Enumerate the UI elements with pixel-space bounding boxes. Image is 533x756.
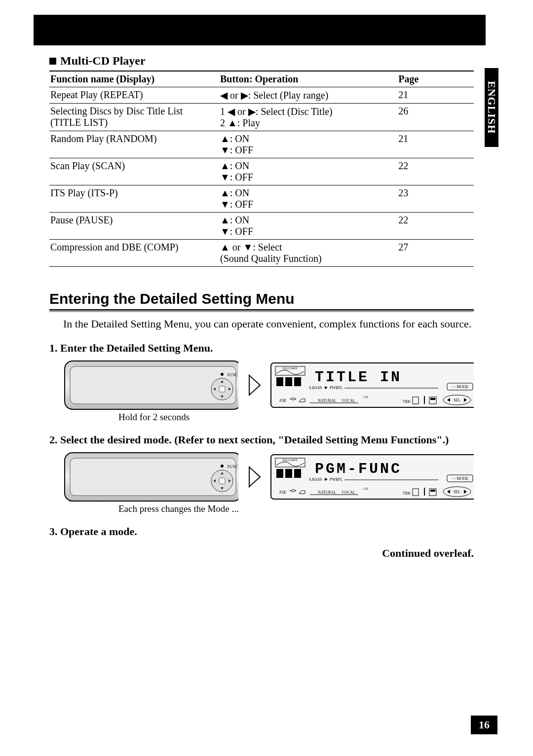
- svg-text:FIE: FIE: [279, 490, 286, 495]
- cell-button: ▲: ON ▼: OFF: [219, 213, 397, 240]
- svg-text:FIE: FIE: [279, 398, 286, 403]
- svg-text:CD: CD: [363, 487, 368, 491]
- svg-text:PGM-FUNC: PGM-FUNC: [315, 461, 402, 477]
- cell-button: ▲: ON ▼: OFF: [219, 158, 397, 185]
- table-row: Compression and DBE (COMP)▲ or ▼: Select…: [49, 240, 474, 267]
- svg-text:TRK: TRK: [403, 491, 411, 496]
- cell-page: 22: [397, 213, 474, 240]
- table-row: Random Play (RANDOM)▲: ON ▼: OFF21: [49, 131, 474, 158]
- lcd-display-2: EQ CURVEPGM-FUNCS.BASSPWRFL···· MODEFIEN…: [270, 454, 474, 500]
- cell-button: ▲ or ▼: Select (Sound Quality Function): [219, 240, 397, 267]
- section-title-text: Multi-CD Player: [60, 54, 146, 68]
- step-3-text: Operate a mode.: [60, 525, 137, 538]
- cell-function: Compression and DBE (COMP): [49, 240, 219, 267]
- arrow-right-icon: [247, 373, 262, 397]
- continued-overleaf: Continued overleaf.: [49, 547, 474, 560]
- page-number: 16: [471, 716, 497, 734]
- head-unit-illustration: FUNC: [64, 452, 238, 502]
- table-row: Scan Play (SCAN)▲: ON ▼: OFF22: [49, 158, 474, 185]
- table-row: Pause (PAUSE)▲: ON ▼: OFF22: [49, 213, 474, 240]
- arrow-right-icon: [247, 465, 262, 489]
- step-2-num: 2.: [49, 433, 58, 446]
- svg-rect-11: [285, 377, 292, 386]
- table-row: Repeat Play (REPEAT)◀ or ▶: Select (Play…: [49, 87, 474, 104]
- square-bullet-icon: [49, 58, 56, 65]
- svg-rect-44: [276, 469, 283, 478]
- step-1: 1. Enter the Detailed Setting Menu.: [49, 342, 474, 355]
- language-tab: ENGLISH: [485, 68, 498, 147]
- section-title-multi-cd: Multi-CD Player: [49, 54, 474, 68]
- svg-rect-1: [70, 366, 236, 404]
- svg-rect-12: [294, 377, 301, 386]
- function-table: Function name (Display) Button: Operatio…: [49, 71, 474, 267]
- th-function: Function name (Display): [49, 71, 219, 87]
- svg-text:S.BASS: S.BASS: [309, 477, 322, 482]
- cell-function: Random Play (RANDOM): [49, 131, 219, 158]
- step-1-text: Enter the Detailed Setting Menu.: [60, 342, 213, 354]
- table-row: ITS Play (ITS-P)▲: ON ▼: OFF23: [49, 185, 474, 213]
- th-page: Page: [397, 71, 474, 87]
- svg-text:PWRFL: PWRFL: [330, 477, 343, 482]
- svg-point-2: [221, 373, 224, 376]
- table-row: Selecting Discs by Disc Title List (TITL…: [49, 104, 474, 131]
- cell-function: Selecting Discs by Disc Title List (TITL…: [49, 104, 219, 131]
- svg-text:EQ CURVE: EQ CURVE: [283, 367, 298, 370]
- svg-text:FUNC: FUNC: [228, 465, 238, 469]
- svg-marker-40: [249, 467, 260, 487]
- svg-text:···· MODE: ···· MODE: [452, 476, 469, 481]
- cell-page: 27: [397, 240, 474, 267]
- svg-rect-5: [219, 386, 225, 392]
- svg-text:NATURAL: NATURAL: [318, 398, 336, 403]
- svg-rect-10: [276, 377, 283, 386]
- svg-text:TRK: TRK: [403, 399, 411, 404]
- cell-page: 23: [397, 185, 474, 213]
- svg-text:CD: CD: [363, 395, 368, 399]
- step-2: 2. Select the desired mode. (Refer to ne…: [49, 433, 474, 446]
- svg-text:S.BASS: S.BASS: [309, 386, 322, 390]
- svg-rect-29: [430, 398, 435, 400]
- svg-text:PWRFL: PWRFL: [330, 386, 343, 390]
- svg-text:SEL: SEL: [454, 398, 460, 402]
- cell-function: Scan Play (SCAN): [49, 158, 219, 185]
- cell-page: 21: [397, 131, 474, 158]
- step-1-caption: Hold for 2 seconds: [118, 412, 474, 423]
- step-2-caption: Each press changes the Mode ...: [118, 504, 474, 514]
- head-unit-illustration: FUNC: [64, 360, 238, 410]
- cell-button: ▲: ON ▼: OFF: [219, 131, 397, 158]
- cell-page: 22: [397, 158, 474, 185]
- svg-text:VOCAL: VOCAL: [342, 490, 355, 495]
- heading-underline: [49, 309, 474, 312]
- cell-button: ▲: ON ▼: OFF: [219, 185, 397, 213]
- step-2-text: Select the desired mode. (Refer to next …: [60, 433, 449, 446]
- cell-button: 1 ◀ or ▶: Select (Disc Title) 2 ▲: Play: [219, 104, 397, 131]
- svg-text:SEL: SEL: [454, 490, 460, 494]
- top-black-bar: [34, 15, 486, 45]
- svg-text:···· MODE: ···· MODE: [452, 385, 469, 389]
- svg-rect-45: [285, 469, 292, 478]
- svg-marker-6: [249, 375, 260, 395]
- step-3-num: 3.: [49, 525, 58, 538]
- svg-rect-63: [430, 490, 435, 492]
- cell-button: ◀ or ▶: Select (Play range): [219, 87, 397, 104]
- lcd-display-1: EQ CURVETITLE INS.BASSPWRFL···· MODEFIEN…: [270, 362, 474, 408]
- cell-page: 26: [397, 104, 474, 131]
- cell-function: Repeat Play (REPEAT): [49, 87, 219, 104]
- section-heading: Entering the Detailed Setting Menu: [49, 290, 474, 307]
- svg-rect-39: [219, 478, 225, 484]
- svg-text:NATURAL: NATURAL: [318, 490, 336, 495]
- svg-text:TITLE  IN: TITLE IN: [315, 369, 402, 386]
- cell-function: Pause (PAUSE): [49, 213, 219, 240]
- intro-text: In the Detailed Setting Menu, you can op…: [63, 317, 474, 331]
- svg-rect-35: [70, 458, 236, 496]
- svg-point-36: [221, 465, 224, 468]
- cell-function: ITS Play (ITS-P): [49, 185, 219, 213]
- step-3: 3. Operate a mode.: [49, 525, 474, 538]
- svg-rect-46: [294, 469, 301, 478]
- svg-text:EQ CURVE: EQ CURVE: [283, 459, 298, 462]
- th-button: Button: Operation: [219, 71, 397, 87]
- svg-text:VOCAL: VOCAL: [342, 398, 355, 403]
- step-1-num: 1.: [49, 342, 58, 354]
- cell-page: 21: [397, 87, 474, 104]
- svg-text:FUNC: FUNC: [228, 373, 238, 377]
